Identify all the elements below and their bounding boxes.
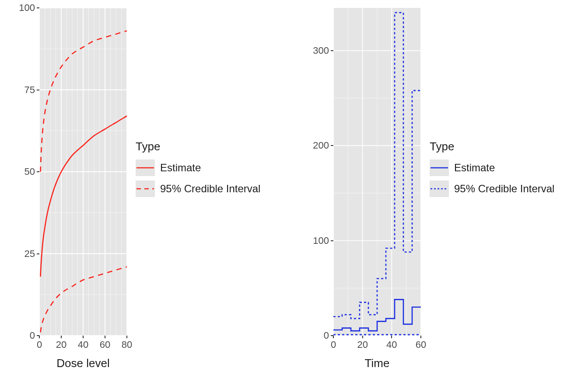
plot-panel xyxy=(39,8,127,336)
x-tick-label: 0 xyxy=(37,339,42,350)
legend-swatch-dash xyxy=(136,180,155,197)
y-tick-label: 25 xyxy=(24,248,35,260)
y-tick-label: 200 xyxy=(313,140,329,151)
plot-svg xyxy=(333,8,421,336)
y-tick-label: 0 xyxy=(324,330,329,341)
chart-hazard: Hazard rate*100 Time 01002003000204060 T… xyxy=(294,0,588,378)
legend-title: Type xyxy=(430,140,554,153)
legend-label: 95% Credible Interval xyxy=(160,183,260,195)
legend-item-ci: 95% Credible Interval xyxy=(136,180,260,197)
legend-swatch-dot xyxy=(430,180,449,197)
x-tick-label: 40 xyxy=(386,339,397,350)
y-tick-label: 300 xyxy=(313,45,329,56)
x-tick-label: 20 xyxy=(56,339,66,350)
legend: Type Estimate 95% Credible Interval xyxy=(430,140,554,201)
x-axis-label: Dose level xyxy=(56,357,109,370)
y-tick-label: 100 xyxy=(19,2,35,14)
chart-dlt: Probability of DLT [%] Dose level 025507… xyxy=(0,0,294,378)
page: Probability of DLT [%] Dose level 025507… xyxy=(0,0,588,378)
legend-item-estimate: Estimate xyxy=(430,160,554,176)
x-tick-label: 80 xyxy=(122,339,132,350)
legend-swatch-solid xyxy=(430,160,449,176)
x-tick-label: 40 xyxy=(78,339,88,350)
legend-swatch-solid xyxy=(136,160,155,176)
legend-item-ci: 95% Credible Interval xyxy=(430,180,554,197)
y-tick-label: 100 xyxy=(313,235,329,246)
legend-item-estimate: Estimate xyxy=(136,160,260,176)
legend: Type Estimate 95% Credible Interval xyxy=(136,140,260,201)
y-tick-label: 50 xyxy=(24,166,35,177)
plot-svg xyxy=(39,8,127,336)
y-tick-label: 75 xyxy=(24,84,35,96)
y-tick-label: 0 xyxy=(30,330,35,341)
legend-label: Estimate xyxy=(454,162,495,174)
x-tick-label: 60 xyxy=(100,339,110,350)
legend-title: Type xyxy=(136,140,260,153)
x-tick-label: 60 xyxy=(416,339,426,350)
x-tick-label: 20 xyxy=(357,339,368,350)
x-tick-label: 0 xyxy=(331,339,336,350)
plot-panel xyxy=(333,8,421,336)
x-axis-label: Time xyxy=(365,357,390,370)
legend-label: Estimate xyxy=(160,162,201,174)
legend-label: 95% Credible Interval xyxy=(454,183,554,195)
